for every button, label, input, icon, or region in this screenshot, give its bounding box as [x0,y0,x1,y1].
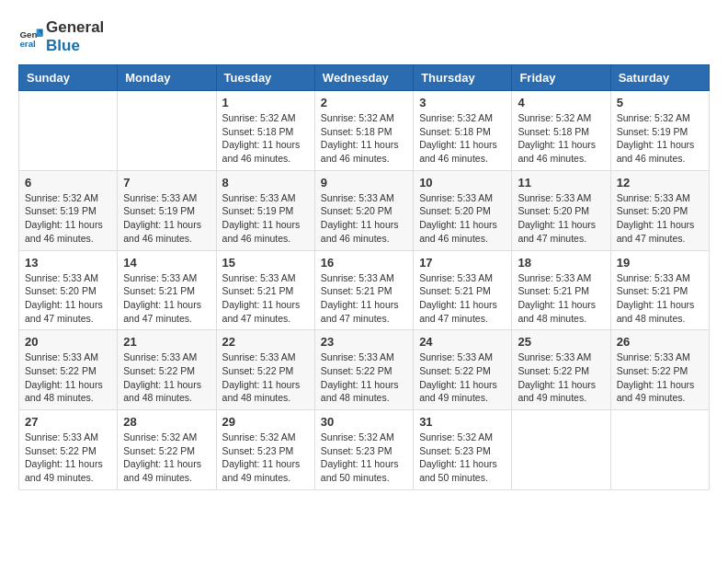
day-number: 1 [222,96,309,109]
day-cell: 13Sunrise: 5:33 AM Sunset: 5:20 PM Dayli… [19,250,118,330]
day-header-tuesday: Tuesday [216,65,314,91]
day-info: Sunrise: 5:32 AM Sunset: 5:19 PM Dayligh… [25,191,111,246]
day-number: 16 [321,256,407,270]
day-cell [118,91,216,171]
calendar-body: 1Sunrise: 5:32 AM Sunset: 5:18 PM Daylig… [19,91,710,490]
day-cell: 25Sunrise: 5:33 AM Sunset: 5:22 PM Dayli… [512,330,610,410]
day-info: Sunrise: 5:33 AM Sunset: 5:20 PM Dayligh… [518,191,604,246]
day-number: 5 [617,96,703,109]
day-number: 3 [419,96,506,109]
day-number: 9 [321,176,407,190]
day-cell: 2Sunrise: 5:32 AM Sunset: 5:18 PM Daylig… [314,91,413,171]
day-info: Sunrise: 5:33 AM Sunset: 5:20 PM Dayligh… [25,271,111,326]
day-info: Sunrise: 5:33 AM Sunset: 5:21 PM Dayligh… [617,271,703,326]
day-info: Sunrise: 5:33 AM Sunset: 5:19 PM Dayligh… [123,191,210,246]
day-number: 31 [419,415,506,429]
day-info: Sunrise: 5:33 AM Sunset: 5:21 PM Dayligh… [518,271,604,326]
day-cell: 6Sunrise: 5:32 AM Sunset: 5:19 PM Daylig… [19,170,118,250]
day-info: Sunrise: 5:33 AM Sunset: 5:22 PM Dayligh… [321,350,407,405]
day-cell: 7Sunrise: 5:33 AM Sunset: 5:19 PM Daylig… [118,170,216,250]
day-cell: 27Sunrise: 5:33 AM Sunset: 5:22 PM Dayli… [19,410,118,490]
day-info: Sunrise: 5:32 AM Sunset: 5:18 PM Dayligh… [321,111,407,166]
day-number: 30 [321,415,407,429]
day-cell [610,410,709,490]
day-info: Sunrise: 5:32 AM Sunset: 5:18 PM Dayligh… [419,111,506,166]
day-cell: 5Sunrise: 5:32 AM Sunset: 5:19 PM Daylig… [610,91,709,171]
day-cell [512,410,610,490]
day-number: 21 [123,335,210,349]
day-info: Sunrise: 5:32 AM Sunset: 5:23 PM Dayligh… [222,431,309,485]
day-number: 18 [518,256,604,270]
day-info: Sunrise: 5:32 AM Sunset: 5:19 PM Dayligh… [617,111,703,166]
day-cell: 21Sunrise: 5:33 AM Sunset: 5:22 PM Dayli… [118,330,216,410]
day-number: 7 [123,176,210,190]
day-number: 4 [518,96,604,109]
day-number: 23 [321,335,407,349]
svg-text:eral: eral [19,39,36,49]
day-header-friday: Friday [512,65,610,91]
week-row-4: 20Sunrise: 5:33 AM Sunset: 5:22 PM Dayli… [19,330,710,410]
day-info: Sunrise: 5:32 AM Sunset: 5:18 PM Dayligh… [518,111,604,166]
day-number: 6 [25,176,111,190]
day-info: Sunrise: 5:33 AM Sunset: 5:21 PM Dayligh… [321,271,407,326]
day-number: 27 [25,415,111,429]
day-cell: 15Sunrise: 5:33 AM Sunset: 5:21 PM Dayli… [216,250,314,330]
day-cell: 22Sunrise: 5:33 AM Sunset: 5:22 PM Dayli… [216,330,314,410]
day-info: Sunrise: 5:33 AM Sunset: 5:22 PM Dayligh… [25,431,111,485]
day-number: 8 [222,176,309,190]
day-number: 17 [419,256,506,270]
day-info: Sunrise: 5:33 AM Sunset: 5:22 PM Dayligh… [222,350,309,405]
day-number: 26 [617,335,703,349]
day-cell: 23Sunrise: 5:33 AM Sunset: 5:22 PM Dayli… [314,330,413,410]
day-number: 11 [518,176,604,190]
day-header-monday: Monday [118,65,216,91]
day-cell: 11Sunrise: 5:33 AM Sunset: 5:20 PM Dayli… [512,170,610,250]
day-cell: 17Sunrise: 5:33 AM Sunset: 5:21 PM Dayli… [414,250,512,330]
day-info: Sunrise: 5:33 AM Sunset: 5:22 PM Dayligh… [518,350,604,405]
day-header-sunday: Sunday [19,65,118,91]
day-cell: 30Sunrise: 5:32 AM Sunset: 5:23 PM Dayli… [314,410,413,490]
day-number: 28 [123,415,210,429]
day-info: Sunrise: 5:33 AM Sunset: 5:22 PM Dayligh… [419,350,506,405]
day-cell: 9Sunrise: 5:33 AM Sunset: 5:20 PM Daylig… [314,170,413,250]
day-number: 2 [321,96,407,109]
calendar-table: SundayMondayTuesdayWednesdayThursdayFrid… [18,64,710,490]
day-info: Sunrise: 5:33 AM Sunset: 5:22 PM Dayligh… [123,350,210,405]
day-number: 15 [222,256,309,270]
calendar-header: SundayMondayTuesdayWednesdayThursdayFrid… [19,65,710,91]
day-cell: 8Sunrise: 5:33 AM Sunset: 5:19 PM Daylig… [216,170,314,250]
logo-general: General [46,18,104,36]
day-cell [19,91,118,171]
day-info: Sunrise: 5:32 AM Sunset: 5:23 PM Dayligh… [321,431,407,485]
day-cell: 4Sunrise: 5:32 AM Sunset: 5:18 PM Daylig… [512,91,610,171]
day-header-saturday: Saturday [610,65,709,91]
day-info: Sunrise: 5:33 AM Sunset: 5:19 PM Dayligh… [222,191,309,246]
day-info: Sunrise: 5:32 AM Sunset: 5:18 PM Dayligh… [222,111,309,166]
day-cell: 10Sunrise: 5:33 AM Sunset: 5:20 PM Dayli… [414,170,512,250]
day-cell: 26Sunrise: 5:33 AM Sunset: 5:22 PM Dayli… [610,330,709,410]
day-info: Sunrise: 5:33 AM Sunset: 5:20 PM Dayligh… [617,191,703,246]
logo-icon: Gen eral [18,24,44,50]
day-info: Sunrise: 5:33 AM Sunset: 5:20 PM Dayligh… [321,191,407,246]
day-cell: 20Sunrise: 5:33 AM Sunset: 5:22 PM Dayli… [19,330,118,410]
week-row-3: 13Sunrise: 5:33 AM Sunset: 5:20 PM Dayli… [19,250,710,330]
day-cell: 12Sunrise: 5:33 AM Sunset: 5:20 PM Dayli… [610,170,709,250]
day-info: Sunrise: 5:33 AM Sunset: 5:22 PM Dayligh… [25,350,111,405]
day-info: Sunrise: 5:33 AM Sunset: 5:22 PM Dayligh… [617,350,703,405]
day-number: 10 [419,176,506,190]
day-cell: 1Sunrise: 5:32 AM Sunset: 5:18 PM Daylig… [216,91,314,171]
week-row-5: 27Sunrise: 5:33 AM Sunset: 5:22 PM Dayli… [19,410,710,490]
day-info: Sunrise: 5:33 AM Sunset: 5:21 PM Dayligh… [419,271,506,326]
day-header-wednesday: Wednesday [314,65,413,91]
day-number: 20 [25,335,111,349]
day-cell: 18Sunrise: 5:33 AM Sunset: 5:21 PM Dayli… [512,250,610,330]
day-cell: 14Sunrise: 5:33 AM Sunset: 5:21 PM Dayli… [118,250,216,330]
day-number: 19 [617,256,703,270]
day-number: 14 [123,256,210,270]
week-row-2: 6Sunrise: 5:32 AM Sunset: 5:19 PM Daylig… [19,170,710,250]
day-cell: 29Sunrise: 5:32 AM Sunset: 5:23 PM Dayli… [216,410,314,490]
day-cell: 28Sunrise: 5:32 AM Sunset: 5:22 PM Dayli… [118,410,216,490]
day-info: Sunrise: 5:32 AM Sunset: 5:23 PM Dayligh… [419,431,506,485]
header: Gen eral General Blue [18,18,710,55]
day-info: Sunrise: 5:32 AM Sunset: 5:22 PM Dayligh… [123,431,210,485]
